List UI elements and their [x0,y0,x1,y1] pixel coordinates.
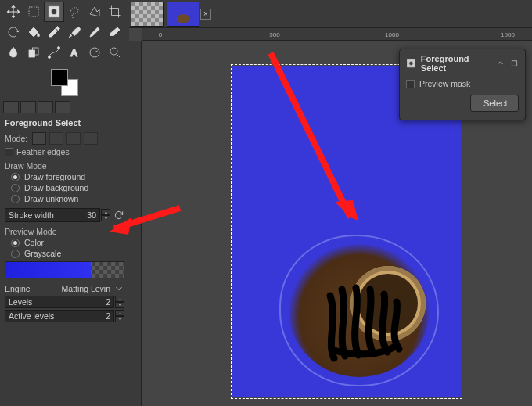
svg-rect-3 [29,50,35,57]
text-tool[interactable]: A [64,42,84,63]
clone-tool[interactable] [23,42,44,63]
feather-label: Feather edges [16,147,70,156]
active-levels-spinner[interactable]: ▴▾ [115,310,124,322]
select-button[interactable]: Select [470,95,519,112]
free-select-tool[interactable] [64,2,84,22]
active-levels-row: Active levels 2 ▴▾ [5,310,124,322]
ruler-vertical [129,41,142,406]
mode-row: Mode: [5,132,124,145]
fuzzy-select-tool[interactable] [84,2,105,22]
image-tab-2[interactable]: × [167,2,200,27]
engine-row[interactable]: Engine Matting Levin [5,283,124,294]
levels-field[interactable]: Levels 2 [5,296,114,308]
tool-options-title: Foreground Select [5,118,124,128]
tools-grid: A [0,0,129,64]
draw-unknown-radio[interactable]: Draw unknown [11,194,124,203]
stroke-width-row: Stroke width 30 ▴▾ [5,208,124,222]
preview-grayscale-radio[interactable]: Grayscale [11,249,124,258]
foreground-select-icon [406,58,416,69]
eyedropper-tool[interactable] [44,22,64,42]
eraser-tool[interactable] [105,22,125,42]
dialog-title: Foreground Select [421,54,491,73]
levels-row: Levels 2 ▴▾ [5,296,124,308]
stroke-width-spinner[interactable]: ▴▾ [101,209,110,221]
pencil-tool[interactable] [84,22,105,42]
image-tabs: × [129,0,532,28]
svg-text:A: A [70,47,78,59]
svg-rect-16 [512,61,516,66]
close-icon[interactable]: × [200,9,211,20]
preview-mask-checkbox[interactable] [406,80,415,88]
ruler-horizontal: 0 500 1000 1500 [142,28,532,41]
foreground-stroke [318,280,412,366]
mode-label: Mode: [5,134,27,143]
close-icon[interactable] [510,59,519,68]
option-tabs [0,99,129,115]
toolbox-panel: A Foreground Select Mode: Feather edges [0,0,129,406]
tool-options-panel: Foreground Select Mode: Feather edges Dr… [0,115,129,327]
move-tool[interactable] [3,2,23,22]
collapse-icon[interactable] [495,58,505,69]
feather-checkbox[interactable] [5,148,13,156]
draw-background-radio[interactable]: Draw background [11,183,124,192]
tool-options-tab[interactable] [3,101,19,113]
mode-intersect-button[interactable] [84,132,98,145]
svg-point-5 [49,56,51,59]
rotate-tool[interactable] [3,22,23,42]
draw-mode-label: Draw Mode [5,161,124,171]
svg-point-2 [51,9,57,15]
paintbrush-tool[interactable] [64,22,84,42]
feather-row[interactable]: Feather edges [5,147,124,156]
image-tab-1[interactable] [131,2,164,27]
chevron-down-icon [113,283,124,294]
svg-rect-0 [29,7,38,16]
foreground-color-swatch[interactable] [51,69,68,86]
zoom-tool[interactable] [105,42,125,63]
preview-mask-row[interactable]: Preview mask [406,79,519,88]
undo-history-tab[interactable] [38,101,53,113]
foreground-select-dialog[interactable]: Foreground Select Preview mask Select [399,49,526,120]
levels-spinner[interactable]: ▴▾ [115,296,124,308]
foreground-select-tool[interactable] [44,2,64,22]
measure-tool[interactable] [84,42,105,63]
images-tab[interactable] [55,101,70,113]
bucket-fill-tool[interactable] [23,22,44,42]
mode-replace-button[interactable] [32,132,46,145]
subject-coffee-beans [289,244,430,377]
preview-color-swatch[interactable] [5,261,124,278]
reset-icon[interactable] [113,210,124,221]
draw-foreground-radio[interactable]: Draw foreground [11,172,124,181]
crop-tool[interactable] [105,2,125,22]
color-swatches[interactable] [51,69,78,96]
rectangle-select-tool[interactable] [23,2,44,22]
device-status-tab[interactable] [20,101,36,113]
mode-add-button[interactable] [49,132,63,145]
svg-point-9 [110,48,117,55]
svg-point-15 [409,61,413,65]
active-levels-field[interactable]: Active levels 2 [5,310,114,322]
preview-color-radio[interactable]: Color [11,238,124,247]
mode-subtract-button[interactable] [66,132,81,145]
smudge-tool[interactable] [3,42,23,63]
stroke-width-field[interactable]: Stroke width 30 [5,208,100,222]
svg-point-6 [58,47,60,49]
path-tool[interactable] [44,42,64,63]
preview-mode-label: Preview Mode [5,227,124,236]
